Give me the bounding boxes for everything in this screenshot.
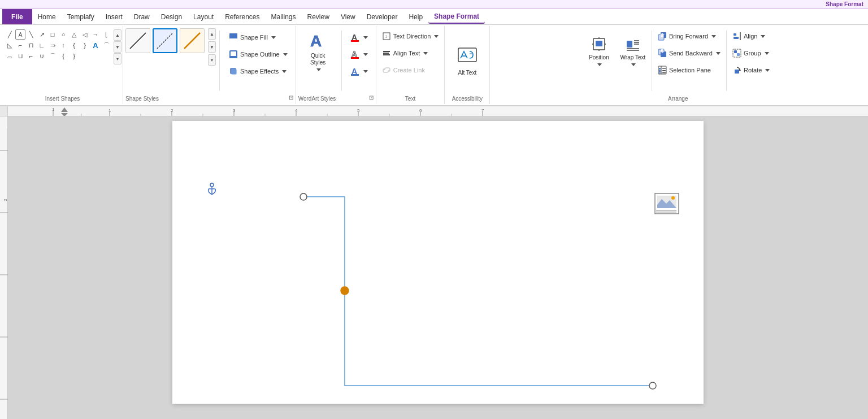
shape-tool-textA[interactable]: A [90, 40, 101, 50]
align-text-btn[interactable]: Align Text [379, 45, 442, 61]
svg-rect-51 [734, 33, 736, 36]
bring-forward-btn[interactable]: Bring Forward [654, 28, 724, 44]
shape-tool-x8[interactable]: } [69, 51, 79, 61]
menu-home[interactable]: Home [32, 11, 62, 23]
quick-styles-icon: A A [308, 31, 328, 50]
text-direction-caret [434, 35, 439, 38]
menu-design[interactable]: Design [155, 11, 188, 23]
shape-tool-tri2[interactable]: ◺ [5, 40, 15, 50]
position-caret [597, 63, 602, 66]
send-backward-btn[interactable]: Send Backward [654, 45, 724, 61]
connector-mid-handle[interactable] [341, 287, 349, 295]
svg-rect-52 [734, 37, 739, 39]
menu-templafy[interactable]: Templafy [62, 11, 100, 23]
shape-tool-arrow[interactable]: ╲ [26, 29, 36, 40]
shape-tool-x6[interactable]: ⌒ [47, 51, 58, 61]
file-menu[interactable]: File [2, 9, 32, 24]
connector-start-handle[interactable] [300, 193, 307, 200]
shape-fill-btn[interactable]: Shape Fill [225, 29, 291, 45]
text-fill-btn[interactable]: A [348, 29, 371, 45]
group-caret [765, 52, 769, 55]
text-direction-icon: ↕ [382, 32, 391, 41]
shape-fill-icon [229, 33, 238, 42]
shape-effects-btn[interactable]: Shape Effects [225, 63, 291, 79]
menu-review[interactable]: Review [302, 11, 335, 23]
svg-line-0 [130, 33, 146, 49]
style-swatch-3[interactable] [180, 28, 205, 53]
shape-tool-line[interactable]: ╱ [5, 29, 15, 40]
alt-text-btn[interactable]: Alt Text [450, 38, 484, 84]
shapes-scroll-up[interactable]: ▲ [114, 29, 121, 41]
menu-developer[interactable]: Developer [361, 11, 403, 23]
shape-tool-x5[interactable]: ∪ [37, 51, 47, 61]
shape-tool-bracket[interactable]: ⊓ [26, 40, 36, 50]
style-swatch-2[interactable] [153, 28, 177, 53]
shape-tool-z[interactable]: ⌐ [15, 40, 25, 50]
shape-outline-btn[interactable]: Shape Outline [225, 46, 291, 62]
text-effects-btn[interactable]: A [348, 63, 371, 79]
style-scroll-expand[interactable]: ▾ [208, 54, 216, 66]
menu-insert[interactable]: Insert [100, 11, 128, 23]
wrap-text-btn[interactable]: Wrap Text [617, 28, 649, 74]
shape-tool-brace2[interactable]: } [80, 40, 90, 50]
menu-shape-format[interactable]: Shape Format [428, 10, 485, 24]
group-icon [732, 49, 741, 58]
text-effects-caret [363, 70, 368, 73]
style-scroll-down[interactable]: ▼ [208, 41, 216, 53]
text-direction-btn[interactable]: ↕ Text Direction [379, 28, 442, 44]
selection-pane-btn[interactable]: Selection Pane [654, 62, 724, 78]
shape-styles-expand[interactable]: ⊡ [289, 94, 293, 101]
menu-help[interactable]: Help [403, 11, 428, 23]
menu-references[interactable]: References [219, 11, 265, 23]
vertical-ruler: 1 2 [0, 116, 8, 419]
style-scroll-up[interactable]: ▲ [208, 28, 216, 40]
bring-forward-caret [711, 35, 716, 38]
shape-tool-rtri[interactable]: ◁ [80, 29, 90, 40]
menu-view[interactable]: View [335, 11, 361, 23]
send-backward-label: Send Backward [669, 50, 713, 57]
menu-mailings[interactable]: Mailings [266, 11, 302, 23]
shapes-scroll-more[interactable]: ▾ [114, 53, 121, 64]
shape-tool-x1[interactable]: ⌒ [101, 40, 111, 50]
shape-tool-darrow[interactable]: ⇒ [47, 40, 58, 50]
picture-sun [671, 196, 675, 200]
connector-end-handle[interactable] [649, 382, 656, 389]
menu-draw[interactable]: Draw [128, 11, 155, 23]
shape-tool-x3[interactable]: ⊔ [15, 51, 25, 61]
vertical-ruler-svg: 1 2 [0, 116, 8, 419]
selection-pane-label: Selection Pane [669, 67, 711, 74]
menu-layout[interactable]: Layout [188, 11, 219, 23]
shape-tool-corner[interactable]: ∟ [37, 40, 47, 50]
canvas-area [8, 116, 868, 419]
ruler-svg: 1 1 2 3 4 5 6 7 [8, 106, 868, 116]
svg-rect-54 [733, 49, 741, 57]
arrange-divider2 [726, 31, 727, 91]
shape-commands: Shape Fill Shape Outline [223, 28, 293, 80]
shape-tool-chevron[interactable]: ⌊ [101, 29, 111, 40]
quick-styles-btn[interactable]: A A QuickStyles [298, 28, 338, 74]
picture-mountain [657, 199, 676, 208]
text-outline-btn[interactable]: A [348, 46, 371, 62]
shapes-scroll-down[interactable]: ▼ [114, 41, 121, 53]
shape-tool-arrow2[interactable]: → [90, 29, 101, 40]
shape-tool-x2[interactable]: ⌓ [5, 51, 15, 61]
shape-tool-tri[interactable]: △ [69, 29, 79, 40]
svg-rect-20 [383, 53, 389, 54]
shape-tool-x4[interactable]: ⌐ [26, 51, 36, 61]
shape-tool-diag[interactable]: ↗ [37, 29, 47, 40]
picture-placeholder [655, 193, 679, 214]
insert-shapes-container: ╱ A ╲ ↗ □ ○ △ ◁ → ⌊ ◺ ⌐ ⊓ ∟ ⇒ ↑ [3, 28, 121, 93]
shape-tool-brace[interactable]: { [69, 40, 79, 50]
shape-tool-textbox[interactable]: A [15, 29, 25, 40]
style-swatch-1[interactable] [125, 28, 150, 53]
shape-tool-uarrow[interactable]: ↑ [58, 40, 68, 50]
rotate-btn[interactable]: Rotate [729, 62, 773, 78]
align-btn[interactable]: Align [729, 28, 773, 44]
position-btn[interactable]: Position [583, 28, 615, 74]
group-btn[interactable]: Group [729, 45, 773, 61]
create-link-label: Create Link [393, 67, 425, 74]
wordart-expand[interactable]: ⊡ [369, 94, 374, 101]
shape-tool-x7[interactable]: { [58, 51, 68, 61]
shape-tool-ellipse[interactable]: ○ [58, 29, 68, 40]
shape-tool-rect[interactable]: □ [47, 29, 58, 40]
